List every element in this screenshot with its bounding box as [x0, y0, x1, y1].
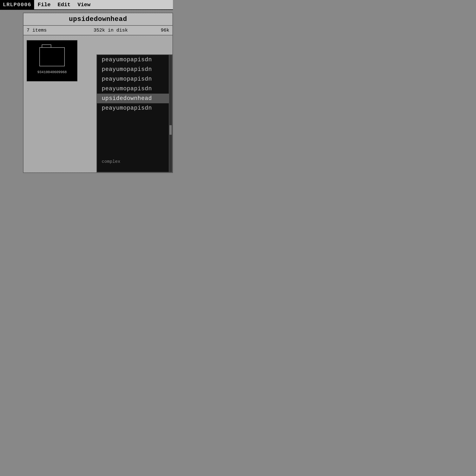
dropdown-panel: peayumopapisdn peayumopapisdn peayumopap… [97, 54, 172, 172]
menu-view[interactable]: View [74, 0, 94, 9]
folder-icon [39, 47, 65, 66]
folder-body [39, 47, 65, 66]
scrollbar-thumb[interactable] [170, 125, 172, 135]
available-space: 96k [150, 28, 169, 33]
window-info-bar: 7 items 352k in disk 96k [23, 26, 172, 35]
disk-usage: 352k in disk [71, 28, 150, 33]
dropdown-footer: complex [102, 159, 120, 164]
folder-label: 93410040609968 [37, 70, 67, 74]
menu-bar: LRLP0006 File Edit View [0, 0, 173, 10]
folder-item[interactable]: 93410040609968 [27, 40, 77, 81]
items-count: 7 items [27, 28, 71, 33]
app-title: LRLP0006 [0, 0, 34, 9]
folder-tab [42, 44, 51, 48]
menu-edit[interactable]: Edit [54, 0, 74, 9]
dropdown-item-1[interactable]: peayumopapisdn [97, 65, 172, 74]
finder-window: upsidedownhead 7 items 352k in disk 96k … [23, 13, 173, 173]
window-title: upsidedownhead [23, 13, 172, 26]
menu-file[interactable]: File [34, 0, 54, 9]
scrollbar[interactable] [169, 55, 172, 172]
dropdown-item-2[interactable]: peayumopapisdn [97, 74, 172, 84]
dropdown-item-4[interactable]: upsidedownhead [97, 94, 172, 103]
dropdown-item-5[interactable]: peayumopapisdn [97, 103, 172, 113]
dropdown-item-0[interactable]: peayumopapisdn [97, 55, 172, 65]
dropdown-item-3[interactable]: peayumopapisdn [97, 84, 172, 94]
